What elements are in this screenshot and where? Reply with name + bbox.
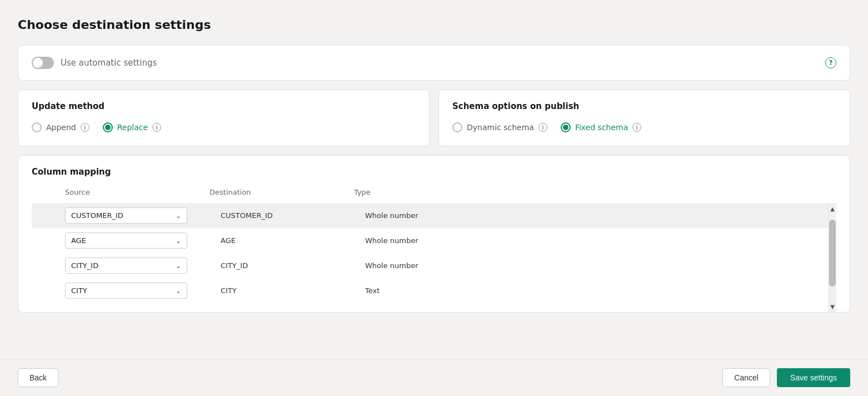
radio-append-label: Append [46,123,76,132]
footer-right: Cancel Save settings [722,368,850,387]
table-row: CITY ⌄ CITY Text [32,278,836,312]
source-dropdown-city-id[interactable]: CITY_ID ⌄ [65,258,187,274]
table-row: CITY_ID ⌄ CITY_ID Whole number [32,253,836,278]
radio-replace[interactable]: Replace i [103,122,161,132]
radio-dynamic-label: Dynamic schema [467,123,534,132]
scroll-arrow-up[interactable]: ▲ [829,203,836,214]
source-dropdown-container: CITY_ID ⌄ [65,258,209,274]
radio-replace-help[interactable]: i [152,123,161,132]
radio-fixed-circle [561,122,571,132]
cancel-button[interactable]: Cancel [722,368,770,387]
footer: Back Cancel Save settings [0,359,868,396]
destination-text: CUSTOMER_ID [209,211,354,220]
schema-options-card: Schema options on publish Dynamic schema… [438,90,850,146]
mapping-header: Source Destination Type [32,186,836,203]
automatic-settings-toggle[interactable] [32,57,54,69]
automatic-settings-card: Use automatic settings ? [18,45,850,81]
chevron-down-icon: ⌄ [176,237,181,245]
back-button[interactable]: Back [18,368,58,387]
col-header-source: Source [65,186,209,199]
radio-replace-circle [103,122,113,132]
automatic-settings-row: Use automatic settings ? [32,57,836,69]
radio-append-circle [32,122,42,132]
radio-dynamic-help[interactable]: i [538,123,547,132]
schema-options-radio-group: Dynamic schema i Fixed schema i [452,120,836,135]
radio-fixed-help[interactable]: i [632,123,641,132]
source-dropdown-container: AGE ⌄ [65,232,209,249]
source-dropdown-age[interactable]: AGE ⌄ [65,232,187,249]
source-dropdown-city[interactable]: CITY ⌄ [65,283,187,299]
scroll-arrow-down[interactable]: ▼ [829,301,836,312]
schema-options-title: Schema options on publish [452,101,836,111]
chevron-down-icon: ⌄ [176,262,181,270]
source-dropdown-container: CITY ⌄ [65,283,209,299]
source-dropdown-value: CITY [71,286,87,295]
save-settings-button[interactable]: Save settings [777,368,850,387]
radio-fixed-schema[interactable]: Fixed schema i [561,122,641,132]
source-dropdown-value: CITY_ID [71,261,98,270]
scrollbar-track[interactable]: ▲ ▼ [829,203,836,312]
destination-text: AGE [209,236,354,245]
update-method-radio-group: Append i Replace i [32,120,416,135]
radio-fixed-label: Fixed schema [575,123,628,132]
column-mapping-title: Column mapping [32,167,836,177]
type-text: Text [354,286,825,295]
chevron-down-icon: ⌄ [176,212,181,220]
page-title: Choose destination settings [18,18,850,32]
method-schema-row: Update method Append i Replace i Schema … [18,90,850,146]
destination-text: CITY_ID [209,261,354,270]
type-text: Whole number [354,261,825,270]
destination-text: CITY [209,286,354,295]
source-dropdown-value: AGE [71,236,86,245]
col-header-type: Type [354,186,825,199]
chevron-down-icon: ⌄ [176,287,181,295]
table-row: CUSTOMER_ID ⌄ CUSTOMER_ID Whole number [32,203,836,228]
radio-dynamic-schema[interactable]: Dynamic schema i [452,122,547,132]
table-row: AGE ⌄ AGE Whole number [32,228,836,253]
type-text: Whole number [354,211,825,220]
source-dropdown-customer-id[interactable]: CUSTOMER_ID ⌄ [65,207,187,224]
mapping-rows-container: ▲ ▼ CUSTOMER_ID ⌄ CUSTOMER_ID Whole numb… [32,203,836,312]
toggle-left: Use automatic settings [32,57,157,69]
radio-dynamic-circle [452,122,462,132]
source-dropdown-container: CUSTOMER_ID ⌄ [65,207,209,224]
column-mapping-card: Column mapping Source Destination Type ▲… [18,155,850,313]
source-dropdown-value: CUSTOMER_ID [71,211,123,220]
update-method-title: Update method [32,101,416,111]
scrollbar-thumb[interactable] [829,220,836,286]
update-method-card: Update method Append i Replace i [18,90,430,146]
automatic-settings-label: Use automatic settings [61,58,157,68]
radio-replace-label: Replace [117,123,148,132]
radio-append-help[interactable]: i [81,123,89,132]
type-text: Whole number [354,236,825,245]
radio-append[interactable]: Append i [32,122,89,132]
automatic-settings-help-icon[interactable]: ? [825,57,836,68]
col-header-destination: Destination [209,186,354,199]
